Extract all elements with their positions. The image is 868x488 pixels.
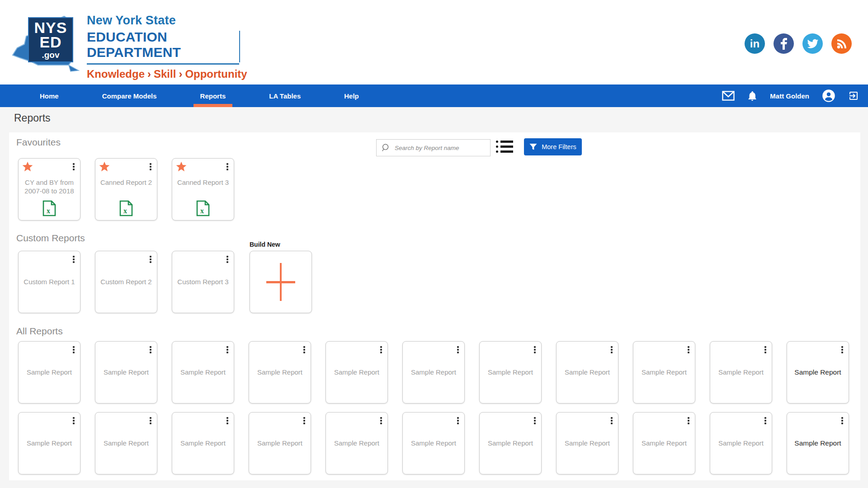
card-menu-icon[interactable] [610,416,613,425]
report-card[interactable]: Sample Report [479,341,542,404]
report-card[interactable]: Sample Report [787,412,849,474]
card-menu-icon[interactable] [72,416,75,425]
report-card[interactable]: Sample Report [249,341,311,404]
report-card[interactable]: Sample Report [18,412,80,474]
excel-file-icon: x [196,200,210,216]
report-card[interactable]: Sample Report [710,412,772,474]
report-card[interactable]: Sample Report [95,412,157,474]
card-menu-icon[interactable] [687,345,690,354]
card-title: Sample Report [560,439,614,448]
account-icon[interactable] [822,89,835,103]
card-menu-icon[interactable] [72,162,75,171]
card-menu-icon[interactable] [149,416,152,425]
favourite-report-card[interactable]: Canned Report 3 x [172,158,234,221]
logout-icon[interactable] [848,90,859,101]
report-card[interactable]: Sample Report [787,341,849,404]
card-menu-icon[interactable] [456,416,460,425]
report-card[interactable]: Sample Report [402,341,465,404]
report-card[interactable]: Sample Report [710,341,772,404]
logo-text-gov: .gov [42,51,59,59]
nav-item-la-tables[interactable]: LA Tables [247,84,322,107]
card-menu-icon[interactable] [764,416,767,425]
twitter-icon[interactable] [802,33,823,54]
report-card[interactable]: Custom Report 3 [172,251,234,313]
favourite-report-card[interactable]: Canned Report 2 x [95,158,157,221]
report-card[interactable]: Sample Report [633,412,695,474]
card-title: Custom Report 2 [99,278,153,286]
favourite-report-card[interactable]: CY and BY from 2007-08 to 2018 x [18,158,80,221]
search-input[interactable] [395,145,486,151]
card-menu-icon[interactable] [533,345,537,354]
report-card[interactable]: Sample Report [18,341,80,404]
brand-line1: New York State [87,14,243,28]
report-card[interactable]: Sample Report [326,412,388,474]
report-card[interactable]: Sample Report [95,341,157,404]
card-menu-icon[interactable] [226,162,229,171]
report-card[interactable]: Sample Report [326,341,388,404]
card-menu-icon[interactable] [302,345,306,354]
user-name[interactable]: Matt Golden [770,92,809,100]
nysed-logo[interactable]: NYS ED .gov [11,14,83,74]
custom-reports-heading: Custom Reports [16,233,85,244]
build-new-card[interactable] [250,251,312,313]
more-filters-button[interactable]: More Filters [524,138,582,155]
card-menu-icon[interactable] [379,416,383,425]
list-view-icon[interactable] [496,141,513,153]
brand-lockup: New York State EDUCATION DEPARTMENT Know… [87,14,243,80]
nav-items: HomeCompare ModelsReportsLA TablesHelp [0,84,381,107]
report-card[interactable]: Sample Report [172,341,234,404]
nav-item-compare-models[interactable]: Compare Models [80,84,179,107]
card-menu-icon[interactable] [149,162,152,171]
nav-item-reports[interactable]: Reports [179,84,248,107]
notifications-icon[interactable] [747,90,757,101]
card-menu-icon[interactable] [72,255,75,264]
mail-icon[interactable] [722,91,735,101]
tagline-word: Skill [154,68,176,80]
logo-text-nys: NYS [34,20,67,35]
card-title: Sample Report [99,439,153,448]
report-card[interactable]: Sample Report [633,341,695,404]
report-card[interactable]: Sample Report [479,412,542,474]
tagline-word: Opportunity [185,68,247,80]
card-title: Sample Report [714,368,768,377]
card-menu-icon[interactable] [379,345,383,354]
report-card[interactable]: Sample Report [172,412,234,474]
report-card[interactable]: Custom Report 1 [18,251,80,313]
report-card[interactable]: Sample Report [556,341,618,404]
card-menu-icon[interactable] [533,416,537,425]
linkedin-icon[interactable]: in [745,33,765,54]
nav-item-help[interactable]: Help [322,84,381,107]
card-menu-icon[interactable] [456,345,460,354]
card-menu-icon[interactable] [226,345,229,354]
more-filters-label: More Filters [542,143,576,150]
report-card[interactable]: Sample Report [249,412,311,474]
card-menu-icon[interactable] [840,345,844,354]
favourite-star-icon[interactable] [22,161,33,173]
active-tab-indicator [193,104,232,107]
card-menu-icon[interactable] [840,416,844,425]
card-menu-icon[interactable] [610,345,613,354]
favourite-star-icon[interactable] [99,161,110,173]
tagline-word: Knowledge [87,68,145,80]
favourite-star-icon[interactable] [175,161,187,173]
report-card[interactable]: Sample Report [402,412,465,474]
card-menu-icon[interactable] [302,416,306,425]
card-menu-icon[interactable] [72,345,75,354]
card-menu-icon[interactable] [226,255,229,264]
facebook-icon[interactable] [774,33,794,54]
rss-icon[interactable] [831,33,852,54]
card-menu-icon[interactable] [149,255,152,264]
search-icon [381,143,391,153]
card-menu-icon[interactable] [764,345,767,354]
card-title: Sample Report [99,368,153,377]
card-menu-icon[interactable] [226,416,229,425]
card-menu-icon[interactable] [687,416,690,425]
nav-item-home[interactable]: Home [18,84,80,107]
card-menu-icon[interactable] [149,345,152,354]
main-nav: HomeCompare ModelsReportsLA TablesHelp M… [0,84,868,107]
report-card[interactable]: Sample Report [556,412,618,474]
report-card[interactable]: Custom Report 2 [95,251,157,313]
card-title: Sample Report [22,439,76,448]
card-title: Sample Report [791,439,845,447]
excel-file-icon: x [42,200,56,216]
